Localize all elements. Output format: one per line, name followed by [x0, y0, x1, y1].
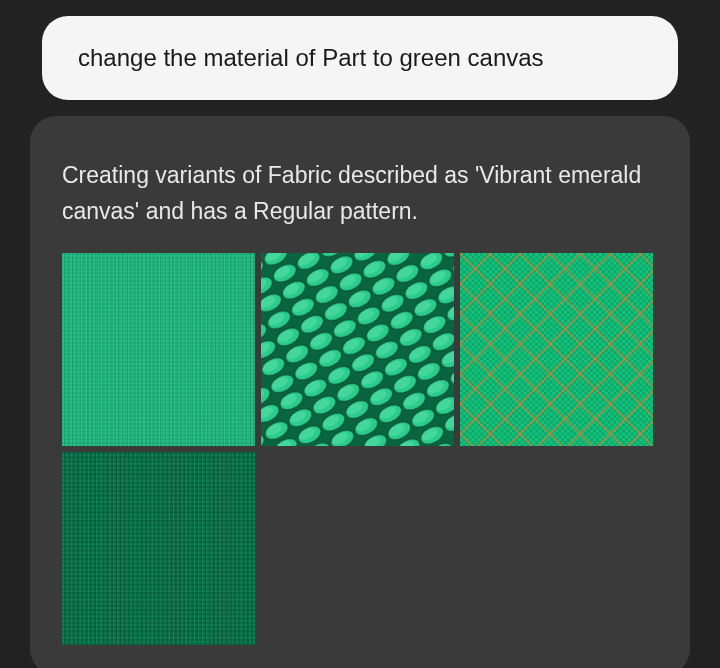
user-message-bubble: change the material of Part to green can… — [42, 16, 678, 100]
fabric-swatch-icon — [62, 452, 255, 645]
response-description: Creating variants of Fabric described as… — [62, 158, 658, 229]
swatch-canvas-dense[interactable] — [62, 452, 255, 645]
response-panel: Creating variants of Fabric described as… — [30, 116, 690, 668]
svg-rect-27 — [62, 452, 255, 645]
fabric-swatch-icon — [261, 253, 454, 446]
fabric-swatch-icon — [62, 253, 255, 446]
svg-rect-20 — [460, 253, 653, 446]
swatch-grid — [62, 253, 658, 645]
swatch-canvas-mesh[interactable] — [460, 253, 653, 446]
user-message-text: change the material of Part to green can… — [78, 44, 544, 71]
svg-rect-6 — [62, 253, 255, 446]
svg-rect-12 — [261, 253, 454, 446]
swatch-canvas-knit[interactable] — [261, 253, 454, 446]
swatch-canvas-fine[interactable] — [62, 253, 255, 446]
fabric-swatch-icon — [460, 253, 653, 446]
